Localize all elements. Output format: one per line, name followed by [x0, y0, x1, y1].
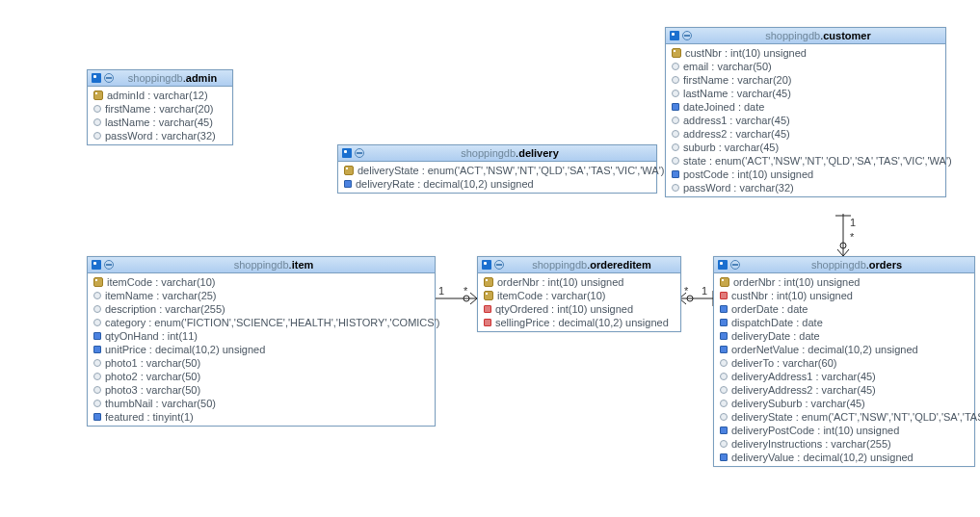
column-icon — [720, 359, 728, 367]
column-text: photo3 : varchar(50) — [105, 384, 200, 396]
entity-header[interactable]: shoppingdb.customer — [666, 28, 945, 44]
column-text: passWord : varchar(32) — [105, 130, 216, 142]
entity-header[interactable]: shoppingdb.ordereditem — [478, 257, 680, 273]
primary-key-icon — [672, 48, 681, 58]
column-text: suburb : varchar(45) — [683, 142, 779, 153]
column-row[interactable]: deliveryAddress2 : varchar(45) — [714, 383, 974, 397]
column-row[interactable]: orderNetValue : decimal(10,2) unsigned — [714, 343, 974, 356]
collapse-icon[interactable] — [494, 260, 504, 270]
cardinality-label: 1 — [438, 285, 444, 297]
entity-ordereditem[interactable]: shoppingdb.ordereditem orderNbr : int(10… — [477, 256, 681, 332]
column-row[interactable]: postCode : int(10) unsigned — [666, 168, 945, 181]
primary-key-icon — [484, 291, 493, 300]
column-text: orderDate : date — [731, 303, 808, 315]
column-row[interactable]: deliveryAddress1 : varchar(45) — [714, 370, 974, 383]
column-icon — [672, 63, 679, 70]
column-icon — [93, 292, 101, 299]
column-row[interactable]: lastName : varchar(45) — [88, 116, 232, 129]
table-icon — [342, 148, 352, 158]
foreign-key-icon — [484, 319, 491, 326]
column-row[interactable]: email : varchar(50) — [666, 60, 945, 73]
column-row[interactable]: suburb : varchar(45) — [666, 141, 945, 154]
column-row[interactable]: passWord : varchar(32) — [666, 181, 945, 194]
column-text: dispatchDate : date — [731, 317, 823, 328]
column-row[interactable]: sellingPrice : decimal(10,2) unsigned — [478, 316, 680, 329]
column-row[interactable]: category : enum('FICTION','SCIENCE','HEA… — [88, 316, 435, 329]
column-row[interactable]: adminId : varchar(12) — [88, 89, 232, 102]
column-row[interactable]: lastName : varchar(45) — [666, 87, 945, 100]
column-text: address1 : varchar(45) — [683, 115, 790, 126]
column-text: deliveryAddress1 : varchar(45) — [731, 371, 876, 382]
entity-header[interactable]: shoppingdb.item — [88, 257, 435, 273]
column-row[interactable]: deliveryState : enum('ACT','NSW','NT','Q… — [714, 410, 974, 424]
column-icon — [720, 386, 728, 394]
column-text: firstName : varchar(20) — [105, 103, 213, 115]
column-row[interactable]: dateJoined : date — [666, 100, 945, 114]
column-icon — [672, 90, 679, 97]
column-icon — [672, 143, 679, 151]
entity-header[interactable]: shoppingdb.delivery — [338, 145, 656, 162]
column-row[interactable]: deliveryRate : decimal(10,2) unsigned — [338, 177, 656, 191]
entity-customer[interactable]: shoppingdb.customer custNbr : int(10) un… — [665, 27, 946, 197]
column-row[interactable]: deliverySuburb : varchar(45) — [714, 397, 974, 410]
column-row[interactable]: firstName : varchar(20) — [666, 73, 945, 87]
column-row[interactable]: deliveryInstructions : varchar(255) — [714, 437, 974, 451]
column-icon — [720, 305, 728, 313]
collapse-icon[interactable] — [355, 148, 364, 158]
column-row[interactable]: passWord : varchar(32) — [88, 129, 232, 142]
column-row[interactable]: itemCode : varchar(10) — [478, 289, 680, 302]
column-row[interactable]: deliveryValue : decimal(10,2) unsigned — [714, 451, 974, 464]
entity-orders[interactable]: shoppingdb.orders orderNbr : int(10) uns… — [713, 256, 975, 467]
column-icon — [672, 170, 679, 178]
column-row[interactable]: deliveryDate : date — [714, 329, 974, 343]
entity-admin[interactable]: shoppingdb.admin adminId : varchar(12)fi… — [87, 69, 233, 145]
column-icon — [93, 359, 101, 367]
table-name: customer — [823, 30, 871, 41]
column-row[interactable]: qtyOnHand : int(11) — [88, 329, 435, 343]
column-row[interactable]: photo1 : varchar(50) — [88, 356, 435, 370]
column-row[interactable]: orderNbr : int(10) unsigned — [714, 275, 974, 289]
column-icon — [672, 130, 679, 138]
column-row[interactable]: itemCode : varchar(10) — [88, 275, 435, 289]
column-row[interactable]: address2 : varchar(45) — [666, 127, 945, 141]
column-row[interactable]: firstName : varchar(20) — [88, 102, 232, 116]
column-row[interactable]: deliverTo : varchar(60) — [714, 356, 974, 370]
column-row[interactable]: address1 : varchar(45) — [666, 114, 945, 127]
column-row[interactable]: photo2 : varchar(50) — [88, 370, 435, 383]
entity-delivery[interactable]: shoppingdb.delivery deliveryState : enum… — [337, 144, 657, 194]
column-row[interactable]: featured : tinyint(1) — [88, 410, 435, 424]
column-row[interactable]: thumbNail : varchar(50) — [88, 397, 435, 410]
column-row[interactable]: description : varchar(255) — [88, 302, 435, 316]
collapse-icon[interactable] — [682, 31, 692, 40]
entity-item[interactable]: shoppingdb.item itemCode : varchar(10)it… — [87, 256, 436, 427]
schema-label: shoppingdb — [128, 72, 183, 84]
column-row[interactable]: qtyOrdered : int(10) unsigned — [478, 302, 680, 316]
column-icon — [93, 346, 101, 353]
column-text: address2 : varchar(45) — [683, 128, 790, 140]
table-name: delivery — [518, 147, 559, 159]
entity-header[interactable]: shoppingdb.orders — [714, 257, 974, 273]
column-row[interactable]: deliveryPostCode : int(10) unsigned — [714, 424, 974, 437]
column-text: orderNbr : int(10) unsigned — [733, 276, 860, 288]
column-icon — [93, 118, 101, 126]
column-list: adminId : varchar(12)firstName : varchar… — [88, 87, 232, 144]
column-icon — [93, 132, 101, 140]
column-row[interactable]: custNbr : int(10) unsigned — [666, 46, 945, 60]
column-text: thumbNail : varchar(50) — [105, 398, 216, 409]
column-row[interactable]: unitPrice : decimal(10,2) unsigned — [88, 343, 435, 356]
column-row[interactable]: orderDate : date — [714, 302, 974, 316]
column-text: sellingPrice : decimal(10,2) unsigned — [495, 317, 669, 328]
collapse-icon[interactable] — [730, 260, 740, 270]
collapse-icon[interactable] — [104, 73, 114, 83]
entity-header[interactable]: shoppingdb.admin — [88, 70, 232, 87]
table-name: admin — [186, 72, 217, 84]
column-row[interactable]: deliveryState : enum('ACT','NSW','NT','Q… — [338, 164, 656, 177]
column-row[interactable]: photo3 : varchar(50) — [88, 383, 435, 397]
column-row[interactable]: dispatchDate : date — [714, 316, 974, 329]
column-row[interactable]: itemName : varchar(25) — [88, 289, 435, 302]
column-row[interactable]: state : enum('ACT','NSW','NT','QLD','SA'… — [666, 154, 945, 168]
column-row[interactable]: custNbr : int(10) unsigned — [714, 289, 974, 302]
column-row[interactable]: orderNbr : int(10) unsigned — [478, 275, 680, 289]
column-icon — [93, 332, 101, 340]
collapse-icon[interactable] — [104, 260, 114, 270]
